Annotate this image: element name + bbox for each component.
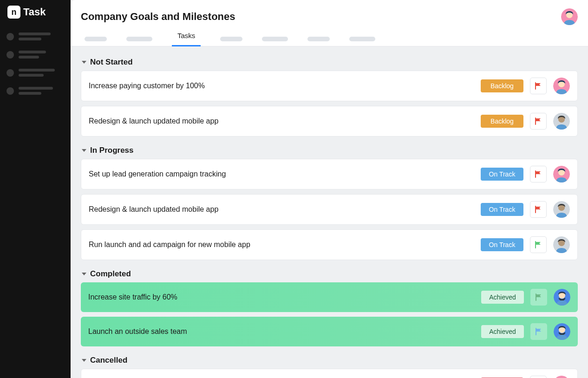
main-content: Company Goals and Milestones Tasks Not S… [71,0,588,378]
task-row[interactable]: Run launch and ad campaign for new mobil… [81,229,578,260]
task-row[interactable]: Redesign & launch updated mobile app Bac… [81,106,578,137]
task-row[interactable]: Receive >95% positive customer reviews i… [81,369,578,378]
chevron-down-icon [82,359,86,362]
task-title: Increase paying customer by 100% [89,82,474,90]
section-header[interactable]: Completed [81,266,578,282]
assignee-avatar[interactable] [554,289,570,306]
task-row[interactable]: Increase paying customer by 100% Backlog [81,71,578,101]
assignee-avatar[interactable] [554,323,570,340]
app-name: Task [23,6,46,18]
status-badge[interactable]: On Track [481,238,523,251]
task-title: Redesign & launch updated mobile app [89,117,474,125]
task-row[interactable]: Increase site traffic by 60% Achieved [81,282,578,312]
priority-flag-button[interactable] [530,78,547,94]
chevron-down-icon [82,273,86,275]
assignee-avatar[interactable] [553,236,570,253]
priority-flag-button[interactable] [530,113,547,130]
assignee-avatar[interactable] [553,376,570,378]
sidebar-item-placeholder[interactable] [7,87,64,95]
sidebar: n Task [0,0,71,378]
logo-mark-icon: n [7,6,20,19]
status-badge[interactable]: On Track [481,168,523,181]
tab-placeholder[interactable] [126,37,152,41]
task-title: Run launch and ad campaign for new mobil… [89,241,474,249]
sidebar-item-placeholder[interactable] [7,51,64,59]
user-avatar[interactable] [561,8,578,25]
header: Company Goals and Milestones Tasks [71,0,588,46]
tab-placeholder[interactable] [349,37,375,41]
task-row[interactable]: Redesign & launch updated mobile app On … [81,194,578,225]
priority-flag-button[interactable] [530,289,547,306]
section-title: Completed [90,269,131,279]
sidebar-item-placeholder[interactable] [7,33,64,40]
task-row[interactable]: Launch an outside sales team Achieved [81,317,578,346]
tab-placeholder[interactable] [262,37,288,41]
sidebar-item-placeholder[interactable] [7,69,64,77]
priority-flag-button[interactable] [530,166,547,182]
assignee-avatar[interactable] [553,201,570,218]
status-badge[interactable]: Achieved [481,291,524,304]
page-title: Company Goals and Milestones [81,11,235,23]
section-header[interactable]: Not Started [81,54,578,71]
status-badge[interactable]: On Track [481,203,523,216]
task-title: Set up lead generation campaign tracking [89,170,474,178]
assignee-avatar[interactable] [553,166,570,182]
task-title: Redesign & launch updated mobile app [89,205,474,214]
section-title: Cancelled [90,356,127,365]
app-logo[interactable]: n Task [0,0,71,24]
task-row[interactable]: Set up lead generation campaign tracking… [81,159,578,189]
status-badge[interactable]: Backlog [481,115,523,128]
status-badge[interactable]: Achieved [481,325,524,338]
tabs: Tasks [81,32,578,46]
assignee-avatar[interactable] [553,113,570,130]
tab-tasks[interactable]: Tasks [172,32,201,46]
task-title: Launch an outside sales team [88,327,475,336]
svg-point-16 [553,376,570,378]
priority-flag-button[interactable] [530,376,547,378]
priority-flag-button[interactable] [530,236,547,253]
tab-placeholder[interactable] [85,37,107,41]
chevron-down-icon [82,149,86,152]
priority-flag-button[interactable] [530,323,547,340]
priority-flag-button[interactable] [530,201,547,218]
section-title: Not Started [90,58,133,67]
chevron-down-icon [82,61,86,64]
section-header[interactable]: Cancelled [81,352,578,369]
status-badge[interactable]: Backlog [481,79,523,92]
sidebar-nav [0,24,71,103]
tab-placeholder[interactable] [220,37,242,41]
assignee-avatar[interactable] [553,78,570,94]
section-header[interactable]: In Progress [81,142,578,159]
section-title: In Progress [90,146,134,155]
task-list: Not Started Increase paying customer by … [71,46,588,378]
task-title: Increase site traffic by 60% [88,293,475,301]
tab-placeholder[interactable] [307,37,330,41]
